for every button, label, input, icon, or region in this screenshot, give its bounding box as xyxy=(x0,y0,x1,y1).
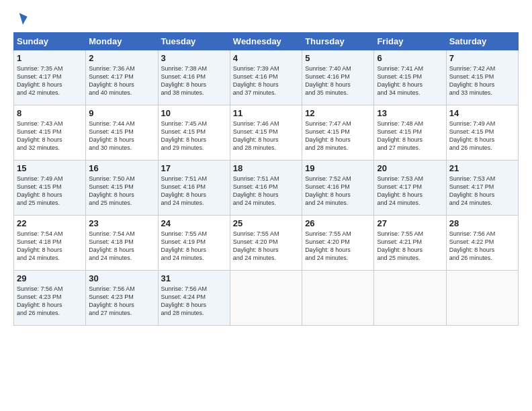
day-number: 5 xyxy=(305,53,371,63)
day-number: 11 xyxy=(233,108,299,118)
header-day-saturday: Saturday xyxy=(446,33,518,50)
logo xyxy=(13,12,28,26)
day-info: Sunrise: 7:46 AM Sunset: 4:15 PM Dayligh… xyxy=(233,120,299,152)
calendar-cell: 20Sunrise: 7:53 AM Sunset: 4:17 PM Dayli… xyxy=(374,161,446,216)
day-number: 13 xyxy=(377,108,443,118)
calendar-table: SundayMondayTuesdayWednesdayThursdayFrid… xyxy=(13,32,519,326)
day-info: Sunrise: 7:48 AM Sunset: 4:15 PM Dayligh… xyxy=(377,120,443,152)
day-number: 26 xyxy=(305,218,371,228)
calendar-cell: 10Sunrise: 7:45 AM Sunset: 4:15 PM Dayli… xyxy=(158,105,230,161)
day-info: Sunrise: 7:51 AM Sunset: 4:16 PM Dayligh… xyxy=(161,175,227,208)
day-number: 16 xyxy=(89,163,154,173)
calendar-cell: 24Sunrise: 7:55 AM Sunset: 4:19 PM Dayli… xyxy=(158,216,230,271)
day-info: Sunrise: 7:56 AM Sunset: 4:23 PM Dayligh… xyxy=(17,285,83,318)
calendar-cell: 16Sunrise: 7:50 AM Sunset: 4:15 PM Dayli… xyxy=(86,161,158,216)
day-info: Sunrise: 7:49 AM Sunset: 4:15 PM Dayligh… xyxy=(17,175,83,208)
calendar-cell: 14Sunrise: 7:49 AM Sunset: 4:15 PM Dayli… xyxy=(446,105,518,161)
calendar-cell: 1Sunrise: 7:35 AM Sunset: 4:17 PM Daylig… xyxy=(14,50,86,105)
day-info: Sunrise: 7:36 AM Sunset: 4:17 PM Dayligh… xyxy=(89,64,154,97)
calendar-cell: 22Sunrise: 7:54 AM Sunset: 4:18 PM Dayli… xyxy=(14,216,86,271)
day-number: 22 xyxy=(17,218,83,228)
calendar-week-4: 22Sunrise: 7:54 AM Sunset: 4:18 PM Dayli… xyxy=(14,216,519,271)
calendar-cell: 2Sunrise: 7:36 AM Sunset: 4:17 PM Daylig… xyxy=(86,50,158,105)
calendar-week-5: 29Sunrise: 7:56 AM Sunset: 4:23 PM Dayli… xyxy=(14,271,519,326)
header-day-wednesday: Wednesday xyxy=(230,33,302,50)
calendar-header-row: SundayMondayTuesdayWednesdayThursdayFrid… xyxy=(14,33,519,50)
day-info: Sunrise: 7:55 AM Sunset: 4:20 PM Dayligh… xyxy=(305,230,371,263)
day-info: Sunrise: 7:41 AM Sunset: 4:15 PM Dayligh… xyxy=(377,64,443,97)
calendar-cell xyxy=(230,271,302,326)
logo-icon xyxy=(15,12,28,26)
svg-marker-0 xyxy=(19,13,28,24)
calendar-cell: 19Sunrise: 7:52 AM Sunset: 4:16 PM Dayli… xyxy=(302,161,374,216)
day-info: Sunrise: 7:45 AM Sunset: 4:15 PM Dayligh… xyxy=(161,120,227,152)
calendar-cell: 3Sunrise: 7:38 AM Sunset: 4:16 PM Daylig… xyxy=(158,50,230,105)
day-number: 12 xyxy=(305,108,371,118)
day-info: Sunrise: 7:56 AM Sunset: 4:22 PM Dayligh… xyxy=(449,230,515,263)
day-info: Sunrise: 7:38 AM Sunset: 4:16 PM Dayligh… xyxy=(161,64,227,97)
calendar-cell: 18Sunrise: 7:51 AM Sunset: 4:16 PM Dayli… xyxy=(230,161,302,216)
calendar-cell: 29Sunrise: 7:56 AM Sunset: 4:23 PM Dayli… xyxy=(14,271,86,326)
day-number: 10 xyxy=(161,108,227,118)
day-info: Sunrise: 7:56 AM Sunset: 4:23 PM Dayligh… xyxy=(89,285,154,318)
day-info: Sunrise: 7:51 AM Sunset: 4:16 PM Dayligh… xyxy=(233,175,299,208)
day-number: 6 xyxy=(377,53,443,63)
calendar-cell: 30Sunrise: 7:56 AM Sunset: 4:23 PM Dayli… xyxy=(86,271,158,326)
day-number: 17 xyxy=(161,163,227,173)
day-info: Sunrise: 7:55 AM Sunset: 4:19 PM Dayligh… xyxy=(161,230,227,263)
calendar-cell: 12Sunrise: 7:47 AM Sunset: 4:15 PM Dayli… xyxy=(302,105,374,161)
day-number: 24 xyxy=(161,218,227,228)
calendar-cell: 17Sunrise: 7:51 AM Sunset: 4:16 PM Dayli… xyxy=(158,161,230,216)
day-info: Sunrise: 7:49 AM Sunset: 4:15 PM Dayligh… xyxy=(449,120,515,152)
day-info: Sunrise: 7:47 AM Sunset: 4:15 PM Dayligh… xyxy=(305,120,371,152)
day-number: 8 xyxy=(17,108,83,118)
day-info: Sunrise: 7:35 AM Sunset: 4:17 PM Dayligh… xyxy=(17,64,83,97)
calendar-cell: 15Sunrise: 7:49 AM Sunset: 4:15 PM Dayli… xyxy=(14,161,86,216)
day-info: Sunrise: 7:40 AM Sunset: 4:16 PM Dayligh… xyxy=(305,64,371,97)
calendar-cell: 21Sunrise: 7:53 AM Sunset: 4:17 PM Dayli… xyxy=(446,161,518,216)
day-number: 14 xyxy=(449,108,515,118)
day-number: 18 xyxy=(233,163,299,173)
day-number: 20 xyxy=(377,163,443,173)
calendar-cell: 8Sunrise: 7:43 AM Sunset: 4:15 PM Daylig… xyxy=(14,105,86,161)
day-number: 7 xyxy=(449,53,515,63)
day-number: 19 xyxy=(305,163,371,173)
calendar-cell: 27Sunrise: 7:55 AM Sunset: 4:21 PM Dayli… xyxy=(374,216,446,271)
day-number: 3 xyxy=(161,53,227,63)
day-number: 23 xyxy=(89,218,154,228)
calendar-cell: 7Sunrise: 7:42 AM Sunset: 4:15 PM Daylig… xyxy=(446,50,518,105)
day-number: 28 xyxy=(449,218,515,228)
day-number: 29 xyxy=(17,273,83,283)
header-day-monday: Monday xyxy=(86,33,158,50)
calendar-body: 1Sunrise: 7:35 AM Sunset: 4:17 PM Daylig… xyxy=(14,50,519,326)
calendar-cell xyxy=(446,271,518,326)
day-number: 9 xyxy=(89,108,154,118)
calendar-cell xyxy=(374,271,446,326)
header-day-tuesday: Tuesday xyxy=(158,33,230,50)
calendar-cell: 26Sunrise: 7:55 AM Sunset: 4:20 PM Dayli… xyxy=(302,216,374,271)
day-number: 1 xyxy=(17,53,83,63)
calendar-cell: 6Sunrise: 7:41 AM Sunset: 4:15 PM Daylig… xyxy=(374,50,446,105)
day-number: 27 xyxy=(377,218,443,228)
day-info: Sunrise: 7:43 AM Sunset: 4:15 PM Dayligh… xyxy=(17,120,83,152)
calendar-cell: 13Sunrise: 7:48 AM Sunset: 4:15 PM Dayli… xyxy=(374,105,446,161)
calendar-cell xyxy=(302,271,374,326)
calendar-cell: 4Sunrise: 7:39 AM Sunset: 4:16 PM Daylig… xyxy=(230,50,302,105)
calendar-cell: 23Sunrise: 7:54 AM Sunset: 4:18 PM Dayli… xyxy=(86,216,158,271)
calendar-cell: 31Sunrise: 7:56 AM Sunset: 4:24 PM Dayli… xyxy=(158,271,230,326)
day-info: Sunrise: 7:50 AM Sunset: 4:15 PM Dayligh… xyxy=(89,175,154,208)
day-number: 21 xyxy=(449,163,515,173)
calendar-cell: 9Sunrise: 7:44 AM Sunset: 4:15 PM Daylig… xyxy=(86,105,158,161)
day-info: Sunrise: 7:54 AM Sunset: 4:18 PM Dayligh… xyxy=(17,230,83,263)
day-info: Sunrise: 7:44 AM Sunset: 4:15 PM Dayligh… xyxy=(89,120,154,152)
page-header xyxy=(13,12,519,26)
day-info: Sunrise: 7:53 AM Sunset: 4:17 PM Dayligh… xyxy=(377,175,443,208)
day-number: 31 xyxy=(161,273,227,283)
calendar-cell: 28Sunrise: 7:56 AM Sunset: 4:22 PM Dayli… xyxy=(446,216,518,271)
day-number: 25 xyxy=(233,218,299,228)
calendar-cell: 5Sunrise: 7:40 AM Sunset: 4:16 PM Daylig… xyxy=(302,50,374,105)
header-day-thursday: Thursday xyxy=(302,33,374,50)
header-day-sunday: Sunday xyxy=(14,33,86,50)
calendar-week-3: 15Sunrise: 7:49 AM Sunset: 4:15 PM Dayli… xyxy=(14,161,519,216)
day-info: Sunrise: 7:56 AM Sunset: 4:24 PM Dayligh… xyxy=(161,285,227,318)
